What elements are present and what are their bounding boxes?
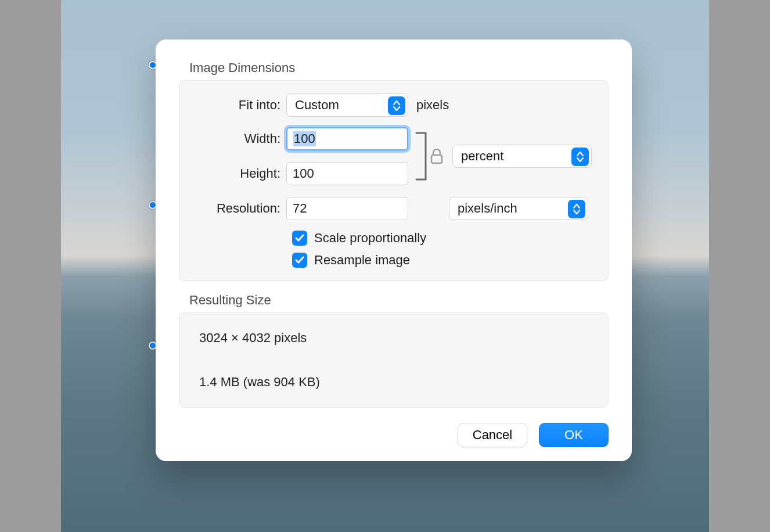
scale-proportionally-checkbox[interactable] — [292, 231, 307, 246]
cancel-button[interactable]: Cancel — [458, 423, 527, 447]
result-filesize: 1.4 MB (was 904 KB) — [199, 375, 589, 390]
up-down-icon — [388, 96, 405, 115]
width-label: Width: — [193, 131, 286, 146]
wh-unit-select[interactable]: percent — [452, 145, 592, 168]
result-dimensions: 3024 × 4032 pixels — [199, 330, 589, 346]
resulting-size-panel: 3024 × 4032 pixels 1.4 MB (was 904 KB) — [179, 312, 609, 408]
resolution-label: Resolution: — [193, 201, 286, 216]
image-dimensions-panel: Fit into: Custom pixels Width: 100 Heigh… — [179, 80, 609, 281]
height-label: Height: — [193, 166, 286, 181]
wh-unit-value: percent — [461, 149, 503, 164]
scale-proportionally-label: Scale proportionally — [314, 231, 426, 246]
resolution-unit-select[interactable]: pixels/inch — [449, 197, 588, 220]
fit-into-unit: pixels — [416, 98, 449, 113]
width-input[interactable]: 100 — [286, 127, 408, 150]
height-input[interactable] — [286, 162, 408, 185]
image-dimensions-heading: Image Dimensions — [189, 60, 609, 76]
svg-rect-0 — [431, 155, 442, 163]
resolution-input[interactable] — [286, 197, 408, 220]
fit-into-select[interactable]: Custom — [286, 94, 408, 117]
up-down-icon — [568, 200, 585, 218]
resolution-unit-value: pixels/inch — [458, 201, 517, 216]
adjust-size-dialog: Image Dimensions Fit into: Custom pixels… — [156, 39, 632, 461]
resample-image-label: Resample image — [314, 253, 410, 268]
up-down-icon — [571, 148, 589, 166]
fit-into-value: Custom — [295, 98, 339, 113]
resulting-size-heading: Resulting Size — [189, 293, 609, 308]
resample-image-checkbox[interactable] — [292, 253, 307, 268]
app-chrome-left — [0, 0, 61, 532]
fit-into-label: Fit into: — [193, 98, 286, 113]
app-chrome-right — [709, 0, 770, 532]
aspect-lock-bracket — [414, 128, 447, 184]
ok-button[interactable]: OK — [539, 423, 609, 447]
